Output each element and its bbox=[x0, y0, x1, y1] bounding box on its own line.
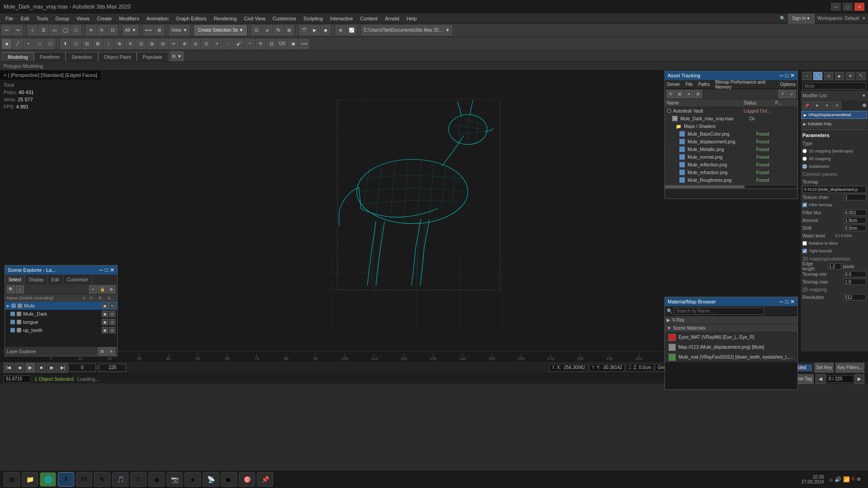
menu-interactive[interactable]: Interactive bbox=[327, 15, 357, 22]
edge-length-input[interactable] bbox=[828, 263, 841, 270]
app3-button[interactable]: ✎ bbox=[94, 472, 110, 487]
move-button[interactable]: ✛ bbox=[86, 25, 96, 35]
asset-tracking-close[interactable]: ✕ bbox=[790, 72, 795, 79]
tray-icon2[interactable]: 🔊 bbox=[835, 476, 841, 483]
explorer-item-up-teeth[interactable]: up_teeth ▣ ⊡ bbox=[9, 326, 117, 334]
fence-select-button[interactable]: ⬡ bbox=[71, 25, 81, 35]
current-frame-input[interactable] bbox=[69, 364, 96, 372]
motion-tab-icon[interactable]: ▶ bbox=[835, 72, 844, 80]
at-refresh-icon[interactable]: ↻ bbox=[667, 90, 675, 98]
curve-editor[interactable]: 📈 bbox=[346, 25, 356, 35]
tab-modeling[interactable]: Modeling bbox=[2, 52, 34, 61]
at-row-normal[interactable]: Mule_normal.png Found bbox=[665, 153, 797, 161]
explorer-tab-select[interactable]: Select bbox=[5, 275, 25, 284]
constraint[interactable]: ⊡ bbox=[266, 39, 276, 49]
at-scrollbar[interactable] bbox=[665, 185, 797, 189]
tray-icon3[interactable]: 📶 bbox=[843, 476, 850, 483]
select-button[interactable]: ⊹ bbox=[28, 25, 38, 35]
app7-button[interactable]: 📷 bbox=[166, 472, 183, 487]
menu-customize[interactable]: Customize bbox=[269, 15, 300, 22]
at-row-refraction[interactable]: Mule_refraction.png Found bbox=[665, 169, 797, 176]
app9-button[interactable]: 📡 bbox=[203, 472, 219, 487]
app12-button[interactable]: 📌 bbox=[257, 472, 273, 487]
loop[interactable]: ◎ bbox=[190, 39, 200, 49]
at-menu-bitmap[interactable]: Bitmap Performance and Memory bbox=[715, 80, 774, 90]
cut[interactable]: ✂ bbox=[169, 39, 179, 49]
hierarchy-tab-icon[interactable]: ⊡ bbox=[824, 72, 833, 80]
menu-content[interactable]: Content bbox=[356, 15, 381, 22]
bridge[interactable]: ⊠ bbox=[93, 39, 103, 49]
at-row-reflection[interactable]: Mule_reflection.png Found bbox=[665, 161, 797, 169]
snap-toggle[interactable]: ⊡ bbox=[251, 25, 261, 35]
3dsmax-taskbar-button[interactable]: 3 bbox=[58, 472, 74, 487]
border-mode[interactable]: □ bbox=[34, 39, 44, 49]
create-tab-icon[interactable]: + bbox=[802, 72, 811, 80]
menu-civil-view[interactable]: Civil View bbox=[240, 15, 269, 22]
mb-row-eyes[interactable]: Eyes_MAT (VRayMtl) [Eye_L, Eye_R] bbox=[665, 332, 797, 342]
view-dropdown[interactable]: View▼ bbox=[169, 25, 190, 35]
vray-section-header[interactable]: ▶ V-Ray bbox=[665, 316, 797, 324]
texture-chan-input[interactable] bbox=[844, 194, 866, 200]
menu-edit[interactable]: Edit bbox=[17, 15, 33, 22]
create-selection-button[interactable]: Create Selection Se ▼ bbox=[194, 25, 247, 35]
at-help-icon[interactable]: ? bbox=[778, 90, 787, 98]
explorer-lock-icon[interactable]: 🔒 bbox=[98, 285, 106, 294]
preserve-uvs[interactable]: UV bbox=[277, 39, 287, 49]
menu-rendering[interactable]: Rendering bbox=[210, 15, 241, 22]
render-frame[interactable]: ▶ bbox=[310, 25, 320, 35]
at-settings-icon[interactable]: ⚙ bbox=[694, 90, 702, 98]
select-by-name-button[interactable]: ☰ bbox=[38, 25, 48, 35]
relative-bbox-checkbox[interactable] bbox=[802, 241, 807, 246]
key-filters-button[interactable]: Key Filters... bbox=[835, 363, 864, 373]
app11-button[interactable]: 🎯 bbox=[239, 472, 255, 487]
circle-select-button[interactable]: ◯ bbox=[60, 25, 70, 35]
tray-icon5[interactable]: ⚙ bbox=[857, 477, 861, 482]
rect-select-button[interactable]: ▭ bbox=[49, 25, 59, 35]
asset-tracking-minimize[interactable]: ─ bbox=[779, 72, 783, 79]
polygon-mode[interactable]: ■ bbox=[2, 39, 12, 49]
next-frame-button[interactable]: ▶ bbox=[47, 363, 57, 373]
stop-button[interactable]: ■ bbox=[36, 363, 46, 373]
scale-button[interactable]: ⊡ bbox=[108, 25, 118, 35]
at-menu-paths[interactable]: Paths bbox=[698, 82, 710, 87]
mirror-button[interactable]: ⟺ bbox=[143, 25, 153, 35]
mb-row-displacement[interactable]: Map #113 (Mule_displacement.png) [Mule] bbox=[665, 342, 797, 352]
texmap-value[interactable]: # #113 (Mule_displacement.p bbox=[802, 186, 866, 193]
explorer-item-mule[interactable]: ▶ Mule ▣ ⊡ bbox=[5, 302, 117, 310]
frame-back-button[interactable]: ◀ bbox=[816, 374, 825, 384]
menu-file[interactable]: File bbox=[2, 15, 17, 22]
at-row-metallic[interactable]: Mule_Metallic.png Found bbox=[665, 146, 797, 153]
rotate-button[interactable]: ↻ bbox=[97, 25, 107, 35]
grow[interactable]: + bbox=[212, 39, 222, 49]
vertex-mode[interactable]: • bbox=[24, 39, 33, 49]
scene-explorer-close[interactable]: ✕ bbox=[110, 267, 114, 273]
close-button[interactable]: ✕ bbox=[854, 3, 864, 11]
pin-modifier-icon[interactable]: 📌 bbox=[802, 101, 811, 109]
resolution-input[interactable] bbox=[844, 294, 866, 300]
tab-populate[interactable]: Populate bbox=[137, 52, 168, 61]
ps-taskbar-button[interactable]: PS bbox=[76, 472, 92, 487]
editable-poly-mod[interactable]: ▶ Editable Poly bbox=[802, 120, 867, 128]
filter-texmap-checkbox[interactable] bbox=[802, 203, 807, 207]
tab-object-paint[interactable]: Object Paint bbox=[98, 52, 137, 61]
explorer-add-icon[interactable]: + bbox=[89, 285, 97, 294]
at-expand-icon[interactable]: ⤢ bbox=[787, 90, 796, 98]
align-button[interactable]: ⊞ bbox=[154, 25, 164, 35]
explorer-settings-icon[interactable]: ⚙ bbox=[107, 285, 115, 294]
frame-forward-button[interactable]: ▶ bbox=[854, 374, 864, 384]
at-row-displacement[interactable]: Mule_displacement.png Found bbox=[665, 138, 797, 146]
inset[interactable]: ⊟ bbox=[82, 39, 92, 49]
prev-frame-button[interactable]: ◀ bbox=[14, 363, 24, 373]
subdivision-radio[interactable] bbox=[802, 164, 807, 169]
tab-settings[interactable]: ⚙ ▼ bbox=[170, 51, 184, 61]
tab-selection[interactable]: Selection bbox=[66, 52, 98, 61]
3d-mapping-radio[interactable] bbox=[802, 156, 807, 161]
mat-browser-maximize[interactable]: □ bbox=[785, 298, 788, 305]
explorer-item-mule-dark[interactable]: Mule_Dark ▣ ⊡ bbox=[9, 310, 117, 318]
scene-materials-section-header[interactable]: ▼ Scene Materials bbox=[665, 324, 797, 332]
texmap-min-input[interactable] bbox=[844, 271, 866, 277]
render-setup[interactable]: 🎬 bbox=[299, 25, 309, 35]
shift-input[interactable] bbox=[844, 225, 866, 231]
browser-button[interactable]: 🌐 bbox=[40, 472, 56, 487]
select-filter-dropdown[interactable]: All▼ bbox=[123, 25, 138, 35]
